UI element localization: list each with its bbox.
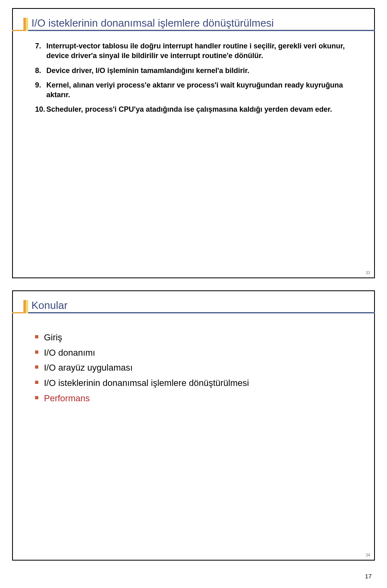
slide-title: I/O isteklerinin donanımsal işlemlere dö… (31, 17, 274, 29)
title-accent-icon (23, 300, 28, 313)
item-text: Interrupt-vector tablosu ile doğru inter… (46, 41, 352, 61)
item-text: Performans (44, 392, 90, 405)
list-item: 7. Interrupt-vector tablosu ile doğru in… (35, 41, 352, 61)
slide-page-number: 33 (366, 271, 370, 275)
list-item: Giriş (35, 332, 352, 344)
bullet-icon (35, 396, 38, 399)
list-item: 9. Kernel, alınan veriyi process'e aktar… (35, 80, 352, 100)
item-text: Giriş (44, 332, 62, 344)
slide-content: 7. Interrupt-vector tablosu ile doğru in… (35, 41, 352, 119)
footer-page-number: 17 (12, 573, 375, 580)
bullet-icon (35, 350, 38, 354)
title-underline-orange (12, 312, 23, 313)
bullet-icon (35, 365, 38, 369)
item-text: I/O isteklerinin donanımsal işlemlere dö… (44, 377, 249, 389)
item-text: Device driver, I/O işleminin tamamlandığ… (46, 66, 352, 75)
item-text: Scheduler, process'i CPU'ya atadığında i… (46, 104, 352, 114)
list-item: 10. Scheduler, process'i CPU'ya atadığın… (35, 104, 352, 114)
numbered-list: 7. Interrupt-vector tablosu ile doğru in… (35, 41, 352, 115)
list-item: Performans (35, 392, 352, 405)
item-number: 8. (35, 66, 46, 75)
slide-1: I/O isteklerinin donanımsal işlemlere dö… (12, 8, 375, 278)
item-number: 10. (35, 104, 46, 114)
bullet-icon (35, 335, 38, 338)
item-number: 7. (35, 41, 46, 61)
item-text: Kernel, alınan veriyi process'e aktarır … (46, 80, 352, 100)
list-item: I/O isteklerinin donanımsal işlemlere dö… (35, 377, 352, 389)
title-underline-blue (12, 312, 375, 313)
title-underline-blue (12, 30, 375, 31)
item-text: I/O arayüz uygulaması (44, 362, 133, 374)
slide-title: Konular (31, 299, 68, 312)
slide-content: Giriş I/O donanımı I/O arayüz uygulaması… (35, 332, 352, 407)
slide-2: Konular Giriş I/O donanımı I/O arayüz uy… (12, 290, 375, 561)
slide-page-number: 34 (366, 553, 370, 557)
list-item: 8. Device driver, I/O işleminin tamamlan… (35, 66, 352, 75)
bullet-list: Giriş I/O donanımı I/O arayüz uygulaması… (35, 332, 352, 404)
list-item: I/O donanımı (35, 347, 352, 359)
title-accent-icon (23, 18, 28, 31)
bullet-icon (35, 381, 38, 384)
title-underline-orange (12, 30, 23, 31)
list-item: I/O arayüz uygulaması (35, 362, 352, 374)
item-text: I/O donanımı (44, 347, 95, 359)
item-number: 9. (35, 80, 46, 100)
